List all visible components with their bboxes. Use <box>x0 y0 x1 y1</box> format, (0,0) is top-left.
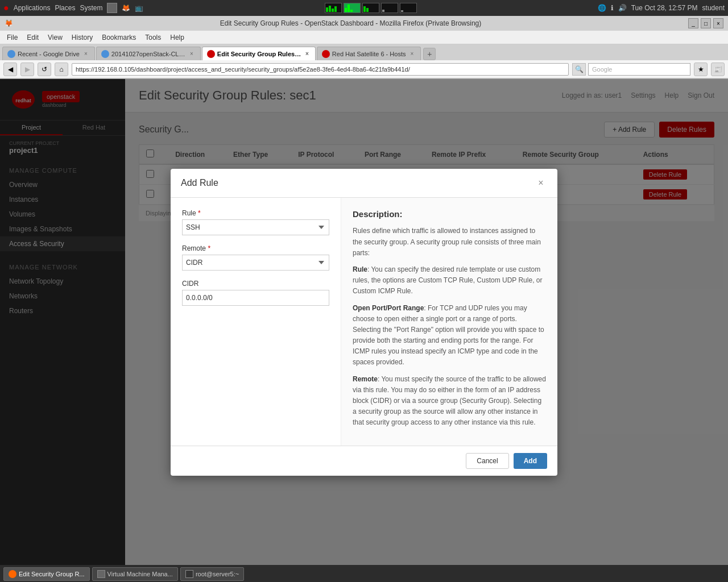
home-button[interactable]: ⌂ <box>55 63 68 76</box>
firefox-systray[interactable]: 🦊 <box>122 4 130 12</box>
graph-bar <box>382 10 384 12</box>
tab-openstack-course[interactable]: 20141027openStack-CL210-cou... × <box>96 47 201 60</box>
description-intro: Rules define which traffic is allowed to… <box>353 226 546 259</box>
firefox-icon <box>9 570 16 578</box>
tab-satellite-hosts[interactable]: Red Hat Satellite 6 - Hosts × <box>317 47 421 60</box>
tab-close-button[interactable]: × <box>408 50 416 58</box>
tab-google-drive[interactable]: Recent - Google Drive × <box>2 47 95 60</box>
tab-label: Edit Security Group Rules - Ope... <box>217 51 301 57</box>
add-button[interactable]: Add <box>514 453 547 469</box>
graph-bar <box>350 10 353 12</box>
net-graph2 <box>362 3 379 13</box>
close-button[interactable]: × <box>713 18 723 28</box>
address-bar: ◀ ▶ ↺ ⌂ https://192.168.0.105/dashboard/… <box>0 60 728 78</box>
tab-close-button[interactable]: × <box>188 50 196 58</box>
terminal-icon <box>185 570 193 578</box>
tab-edit-security-group[interactable]: Edit Security Group Rules - Ope... × <box>202 47 316 60</box>
applications-menu[interactable]: Applications <box>14 4 51 12</box>
graph-bar <box>329 6 331 12</box>
search-area: 🔍 Google <box>572 63 690 76</box>
tab-close-button[interactable]: × <box>304 50 311 58</box>
search-input[interactable]: Google <box>588 63 690 76</box>
volume-icon: 🔊 <box>618 4 627 12</box>
tab-label: Red Hat Satellite 6 - Hosts <box>332 51 406 57</box>
system-tray: 🌐 ℹ 🔊 Tue Oct 28, 12:57 PM student <box>598 4 725 12</box>
graph-bar <box>334 6 337 12</box>
taskbar-label: Virtual Machine Mana... <box>107 571 173 577</box>
modal-header: Add Rule × <box>171 169 557 198</box>
menu-history[interactable]: History <box>67 32 97 43</box>
tab-label: 20141027openStack-CL210-cou... <box>111 51 185 57</box>
description-rule: Rule: You can specify the desired rule t… <box>353 264 546 297</box>
title-bar: 🦊 Edit Security Group Rules - OpenStack … <box>0 16 728 31</box>
modal-description: Description: Rules define which traffic … <box>341 198 557 445</box>
graph-bar <box>326 7 328 12</box>
new-tab-button[interactable]: + <box>423 48 436 60</box>
system-menu[interactable]: System <box>80 4 102 12</box>
username: student <box>702 4 725 12</box>
refresh-button[interactable]: ↺ <box>38 63 51 76</box>
rule-form-group: Rule * SSHHTTPHTTPSCustom TCP RuleCustom… <box>182 209 329 235</box>
main-area: redhat openstack dashboard Project Red H… <box>0 79 728 566</box>
maximize-button[interactable]: □ <box>701 18 711 28</box>
places-menu[interactable]: Places <box>55 4 75 12</box>
menu-bookmarks[interactable]: Bookmarks <box>97 32 140 43</box>
back-button[interactable]: ◀ <box>3 63 17 76</box>
tab-icon <box>101 50 109 58</box>
menu-file[interactable]: File <box>2 32 22 43</box>
rule-select[interactable]: SSHHTTPHTTPSCustom TCP RuleCustom UDP Ru… <box>182 219 329 235</box>
disk-graph <box>381 3 398 13</box>
taskbar-item-vm-manager[interactable]: Virtual Machine Mana... <box>92 567 178 581</box>
modal-body: Rule * SSHHTTPHTTPSCustom TCP RuleCustom… <box>171 198 557 445</box>
remote-form-group: Remote * CIDRSecurity Group <box>182 244 329 271</box>
vm-manager-icon <box>97 570 105 578</box>
net-graph1 <box>344 3 361 13</box>
tab-icon <box>7 50 15 58</box>
cancel-button[interactable]: Cancel <box>466 453 508 469</box>
network-icon: 🌐 <box>598 4 606 12</box>
bookmark-button[interactable]: ★ <box>694 63 708 76</box>
menu-help[interactable]: Help <box>166 32 189 43</box>
tab-label: Recent - Google Drive <box>18 51 80 57</box>
redhat-icon: ● <box>3 3 9 13</box>
graph-bar <box>363 6 366 12</box>
mem-graph <box>400 3 417 13</box>
add-rule-modal: Add Rule × Rule * SSHHTTPHTTPSCustom TCP… <box>171 169 557 475</box>
search-engine-icon[interactable]: 🔍 <box>572 63 586 76</box>
description-title: Description: <box>353 209 546 219</box>
taskbar-item-firefox[interactable]: Edit Security Group R... <box>3 567 90 581</box>
taskbar-label: root@server5:~ <box>196 571 239 577</box>
datetime: Tue Oct 28, 12:57 PM <box>631 4 698 12</box>
screen-icon[interactable]: 📺 <box>135 4 143 12</box>
modal-close-button[interactable]: × <box>535 177 547 189</box>
rule-label: Rule * <box>182 209 329 217</box>
menu-tools[interactable]: Tools <box>140 32 166 43</box>
remote-select[interactable]: CIDRSecurity Group <box>182 255 329 271</box>
forward-button[interactable]: ▶ <box>20 63 34 76</box>
menu-edit[interactable]: Edit <box>22 32 43 43</box>
tab-close-button[interactable]: × <box>82 50 90 58</box>
menu-view[interactable]: View <box>43 32 67 43</box>
taskbar: Edit Security Group R... Virtual Machine… <box>0 565 728 582</box>
browser-window: 🦊 Edit Security Group Rules - OpenStack … <box>0 16 728 79</box>
tab-icon <box>207 50 215 58</box>
menu-bar: File Edit View History Bookmarks Tools H… <box>0 31 728 44</box>
cidr-form-group: CIDR <box>182 280 329 306</box>
minimize-button[interactable]: _ <box>688 18 698 28</box>
ff-logo: 🦊 <box>5 19 13 27</box>
tab-icon <box>322 50 330 58</box>
window-controls[interactable]: _ □ × <box>688 18 723 28</box>
url-input[interactable]: https://192.168.0.105/dashboard/project/… <box>72 63 569 76</box>
cidr-input[interactable] <box>182 290 329 306</box>
vm-icon[interactable] <box>107 3 117 13</box>
modal-overlay[interactable]: Add Rule × Rule * SSHHTTPHTTPSCustom TCP… <box>0 79 728 566</box>
remote-label: Remote * <box>182 244 329 252</box>
reader-button[interactable]: 📰 <box>711 63 725 76</box>
performance-graphs <box>325 3 417 13</box>
taskbar-item-terminal[interactable]: root@server5:~ <box>180 567 244 581</box>
modal-title: Add Rule <box>181 178 218 188</box>
cpu-graph <box>325 3 342 13</box>
system-bar: ● Applications Places System 🦊 📺 <box>0 0 728 16</box>
cidr-label: CIDR <box>182 280 329 288</box>
graph-bar <box>366 8 369 12</box>
